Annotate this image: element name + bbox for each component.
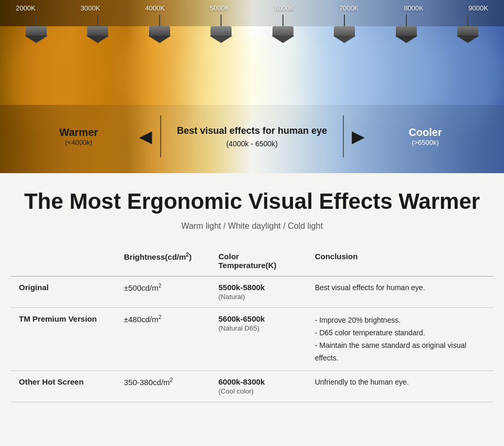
temp-sub-original: (Natural)	[218, 293, 245, 301]
warmer-range: (<4000k)	[65, 139, 92, 146]
lamp-bottom	[25, 36, 48, 43]
warmer-title: Warmer	[59, 126, 98, 139]
main-content: The Most Ergonomic Visual Effects Warmer…	[0, 173, 504, 413]
lamp-7	[395, 0, 418, 43]
comparison-table: Brightness(cd/m2) Color Temperature(K) C…	[10, 246, 494, 402]
col-header-conclusion: Conclusion	[307, 246, 494, 277]
lamp-bottom	[86, 36, 109, 43]
row-name-other: Other Hot Screen	[10, 371, 116, 402]
conclusion-line-2: - D65 color temperature standard.	[315, 327, 485, 339]
row-conclusion-original: Best visual effects for human eye.	[307, 277, 494, 308]
col-header-brightness: Brightness(cd/m2)	[116, 246, 210, 277]
row-conclusion-other: Unfriendly to the human eye.	[307, 371, 494, 402]
conclusion-text-original: Best visual effects for human eye.	[315, 283, 425, 292]
lamp-1	[25, 0, 48, 43]
lamp-8	[456, 0, 479, 43]
lamp-shade	[26, 26, 47, 36]
lamp-shade	[334, 26, 355, 36]
lamp-shade	[87, 26, 108, 36]
lamp-bottom	[271, 36, 295, 43]
main-headline: The Most Ergonomic Visual Effects Warmer	[10, 189, 494, 214]
table-row: Other Hot Screen 350-380cd/m2 6000k-8300…	[10, 371, 494, 402]
best-panel: Best visual effects for human eye (4000k…	[161, 125, 343, 148]
col-header-name	[10, 246, 116, 277]
lamp-shade	[396, 26, 417, 36]
table-row: TM Premium Version ±480cd/m2 5600k-6500k…	[10, 308, 494, 371]
lamp-bottom	[395, 36, 418, 43]
hero-overlay: Warmer (<4000k) ◀ Best visual effects fo…	[0, 115, 504, 157]
temp-main-tm: 5600k-6500k	[218, 314, 298, 323]
lamp-2	[86, 0, 109, 43]
lamp-cord	[467, 15, 468, 26]
best-title: Best visual effects for human eye	[177, 125, 327, 136]
right-divider	[343, 115, 344, 157]
cooler-title: Cooler	[408, 126, 442, 139]
lamp-4	[209, 0, 233, 43]
row-temp-tm: 5600k-6500k (Natural D65)	[210, 308, 307, 371]
cooler-range: (>6500k)	[412, 139, 439, 146]
lamps-row	[0, 0, 504, 43]
lamp-shade	[272, 26, 293, 36]
conclusion-text-other: Unfriendly to the human eye.	[315, 378, 409, 386]
hero-section: 2000K 3000K 4000K 5000K 6000K 7000K 8000…	[0, 0, 504, 173]
lamp-bottom	[209, 36, 233, 43]
lamp-bottom	[148, 36, 171, 43]
lamp-cord	[97, 15, 98, 26]
row-brightness-tm: ±480cd/m2	[116, 308, 210, 371]
main-subheadline: Warm light / White daylight / Cold light	[10, 221, 494, 231]
lamp-cord	[159, 15, 160, 26]
conclusion-line-3: - Maintain the same standard as original…	[315, 339, 485, 365]
warmer-panel: Warmer (<4000k)	[26, 126, 131, 146]
lamp-shade	[149, 26, 170, 36]
lamp-cord	[220, 15, 222, 26]
conclusion-list-tm: - Improve 20% brightness. - D65 color te…	[315, 314, 485, 364]
cooler-panel: Cooler (>6500k)	[373, 126, 478, 146]
row-name-original: Original	[10, 277, 116, 308]
temp-main-original: 5500k-5800k	[218, 283, 298, 292]
row-temp-original: 5500k-5800k (Natural)	[210, 277, 307, 308]
table-header-row: Brightness(cd/m2) Color Temperature(K) C…	[10, 246, 494, 277]
arrow-right-icon: ▶	[352, 126, 365, 146]
lamp-shade	[211, 26, 232, 36]
lamp-5	[271, 0, 295, 43]
conclusion-line-1: - Improve 20% brightness.	[315, 314, 485, 327]
row-temp-other: 6000k-8300k (Cool color)	[210, 371, 307, 402]
lamp-bottom	[333, 36, 356, 43]
row-name-tm: TM Premium Version	[10, 308, 116, 371]
lamp-cord	[344, 15, 345, 26]
temp-sub-other: (Cool color)	[218, 387, 254, 395]
lamp-3	[148, 0, 171, 43]
lamp-cord	[282, 15, 284, 26]
table-row: Original ±500cd/m2 5500k-5800k (Natural)…	[10, 277, 494, 308]
best-range: (4000k - 6500k)	[177, 140, 327, 148]
row-brightness-original: ±500cd/m2	[116, 277, 210, 308]
lamp-6	[333, 0, 356, 43]
lamp-cord	[406, 15, 407, 26]
row-brightness-other: 350-380cd/m2	[116, 371, 210, 402]
arrow-left-icon: ◀	[139, 126, 152, 146]
lamp-bottom	[456, 36, 479, 43]
temp-sub-tm: (Natural D65)	[218, 324, 259, 332]
col-header-temp: Color Temperature(K)	[210, 246, 307, 277]
lamp-shade	[457, 26, 478, 36]
row-conclusion-tm: - Improve 20% brightness. - D65 color te…	[307, 308, 494, 371]
temp-main-other: 6000k-8300k	[218, 377, 298, 386]
lamp-cord	[36, 15, 37, 26]
